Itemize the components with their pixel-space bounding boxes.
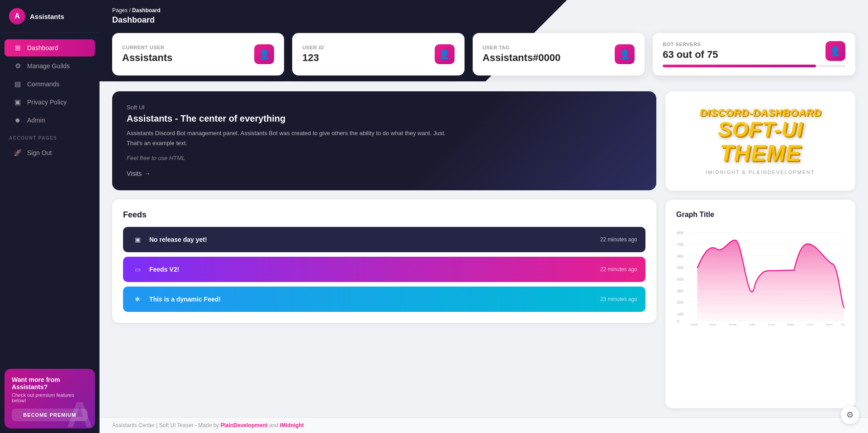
gear-icon: ⚙ [846, 410, 854, 420]
feed-time-1: 22 minutes ago [600, 236, 637, 243]
stat-value-bot-servers: 63 out of 75 [663, 49, 718, 61]
logo-card: DISCORD-DASHBOARD SOFT-UI THEME IMIDNIGH… [665, 91, 855, 191]
svg-text:May: May [710, 323, 717, 325]
become-premium-button[interactable]: BECOME PREMIUM [12, 409, 88, 421]
graph-title: Graph Title [676, 211, 844, 219]
sidebar-item-label: Manage Guilds [27, 62, 70, 70]
feeds-title: Feeds [123, 210, 645, 220]
svg-text:Dec: Dec [841, 323, 844, 325]
feed-time-3: 23 minutes ago [600, 296, 637, 302]
svg-text:Aug: Aug [768, 323, 775, 325]
sidebar-item-label: Privacy Policy [27, 99, 66, 106]
feeds-card: Feeds ▣ No release day yet! 22 minutes a… [112, 199, 656, 323]
svg-text:500: 500 [677, 265, 683, 270]
svg-text:July: July [749, 323, 756, 325]
stat-icon-user-tag: 👤 [615, 44, 635, 64]
svg-text:Oct: Oct [807, 323, 813, 325]
main-area: Pages / Dashboard Dashboard Current User… [100, 0, 868, 433]
stat-card-user-id: User ID 123 👤 [292, 33, 464, 75]
stat-label-bot-servers: Bot Servers [663, 42, 718, 47]
feed-time-2: 22 minutes ago [600, 266, 637, 273]
logo-title: DISCORD-DASHBOARD SOFT-UI THEME [700, 107, 821, 166]
top-section: Pages / Dashboard Dashboard Current User… [100, 0, 868, 81]
sidebar-item-commands[interactable]: ▤ Commands [5, 75, 95, 93]
feed-item-1[interactable]: ▣ No release day yet! 22 minutes ago [123, 227, 645, 252]
feed-text-3: This is a dynamic Feed! [149, 296, 221, 303]
stat-label-user-id: User ID [302, 45, 324, 50]
arrow-right-icon: → [144, 170, 151, 177]
commands-icon: ▤ [14, 80, 22, 88]
sidebar: A Assistants ⊞ Dashboard ⚙ Manage Guilds… [0, 0, 100, 433]
svg-text:700: 700 [677, 242, 683, 247]
stat-label-current-user: Current User [122, 45, 172, 50]
sidebar-brand: A Assistants [0, 0, 100, 33]
breadcrumb-parent: Pages [112, 7, 128, 14]
feed-icon-1: ▣ [131, 233, 144, 246]
brand-avatar: A [9, 8, 25, 24]
stat-value-user-tag: Assistants#0000 [483, 52, 560, 64]
svg-text:June: June [729, 323, 737, 325]
sidebar-item-label: Commands [27, 80, 60, 88]
breadcrumb: Pages / Dashboard [112, 7, 855, 14]
footer-author2-link[interactable]: iMidnight [280, 422, 304, 428]
premium-card-desc: Check out premium features below! [12, 392, 88, 403]
logo-credit: IMIDNIGHT & PLAINDEVELOPMENT [706, 169, 815, 175]
welcome-html-note: Feel free to use HTML [127, 155, 642, 161]
stat-card-user-tag: User Tag Assistants#0000 👤 [473, 33, 645, 75]
premium-card-title: Want more from Assistants? [12, 376, 88, 391]
stat-icon-current-user: 👤 [254, 44, 274, 64]
stat-value-current-user: Assistants [122, 52, 172, 64]
sidebar-item-label: Sign Out [27, 149, 52, 156]
svg-text:800: 800 [677, 231, 683, 235]
graph-card: Graph Title 800 700 600 500 [665, 200, 855, 408]
sidebar-item-label: Dashboard [27, 44, 58, 52]
sidebar-item-admin[interactable]: ☻ Admin [5, 112, 95, 128]
sidebar-item-label: Admin [27, 117, 45, 124]
breadcrumb-current: Dashboard [132, 7, 161, 14]
feed-item-3[interactable]: ✱ This is a dynamic Feed! 23 minutes ago [123, 287, 645, 312]
brand-name: Assistants [30, 13, 64, 20]
feed-text-2: Feeds V2! [149, 266, 179, 273]
left-column: Soft UI Assistants - The center of every… [112, 91, 656, 408]
sidebar-item-manage-guilds[interactable]: ⚙ Manage Guilds [5, 57, 95, 75]
svg-text:300: 300 [677, 289, 683, 293]
sidebar-item-sign-out[interactable]: 🚀 Sign Out [5, 144, 95, 161]
dashboard-icon: ⊞ [14, 44, 22, 52]
footer-author1-link[interactable]: PlainDevelopment [221, 422, 268, 428]
stat-card-current-user: Current User Assistants 👤 [112, 33, 284, 75]
settings-gear-button[interactable]: ⚙ [841, 406, 859, 424]
visits-link[interactable]: Visits → [127, 170, 151, 177]
sidebar-nav: ⊞ Dashboard ⚙ Manage Guilds ▤ Commands ▣… [0, 33, 100, 364]
account-section-label: ACCOUNT PAGES [0, 129, 100, 143]
bot-servers-progress-bar [663, 65, 845, 67]
sidebar-item-dashboard[interactable]: ⊞ Dashboard [5, 39, 95, 56]
welcome-desc: Assistants Discord Bot management panel.… [127, 128, 642, 148]
svg-text:400: 400 [677, 277, 683, 282]
svg-text:Sep: Sep [787, 323, 794, 325]
feed-icon-2: ▭ [131, 263, 144, 276]
footer: Assistants Center | Soft UI Teaser - Mad… [100, 417, 868, 433]
svg-text:200: 200 [677, 300, 683, 305]
stat-icon-user-id: 👤 [435, 44, 455, 64]
privacy-icon: ▣ [14, 98, 22, 106]
stats-row: Current User Assistants 👤 User ID 123 👤 [112, 33, 855, 75]
svg-text:Nov: Nov [826, 323, 833, 325]
svg-text:600: 600 [677, 254, 683, 259]
content-area: Soft UI Assistants - The center of every… [100, 81, 868, 417]
welcome-title: Assistants - The center of everything [127, 113, 642, 124]
stat-label-user-tag: User Tag [483, 45, 560, 50]
welcome-card: Soft UI Assistants - The center of every… [112, 91, 656, 190]
sign-out-icon: 🚀 [14, 149, 22, 157]
bot-servers-progress-fill [663, 65, 816, 67]
page-title: Dashboard [112, 15, 855, 25]
svg-text:0: 0 [677, 319, 679, 324]
sidebar-item-privacy-policy[interactable]: ▣ Privacy Policy [5, 94, 95, 111]
graph-svg: 800 700 600 500 400 300 200 100 0 [676, 226, 844, 325]
feed-text-1: No release day yet! [149, 236, 207, 243]
svg-text:100: 100 [677, 312, 683, 316]
feed-item-2[interactable]: ▭ Feeds V2! 22 minutes ago [123, 257, 645, 282]
right-column: DISCORD-DASHBOARD SOFT-UI THEME IMIDNIGH… [665, 91, 855, 408]
feed-icon-3: ✱ [131, 293, 144, 306]
stat-value-user-id: 123 [302, 52, 324, 64]
manage-guilds-icon: ⚙ [14, 62, 22, 70]
